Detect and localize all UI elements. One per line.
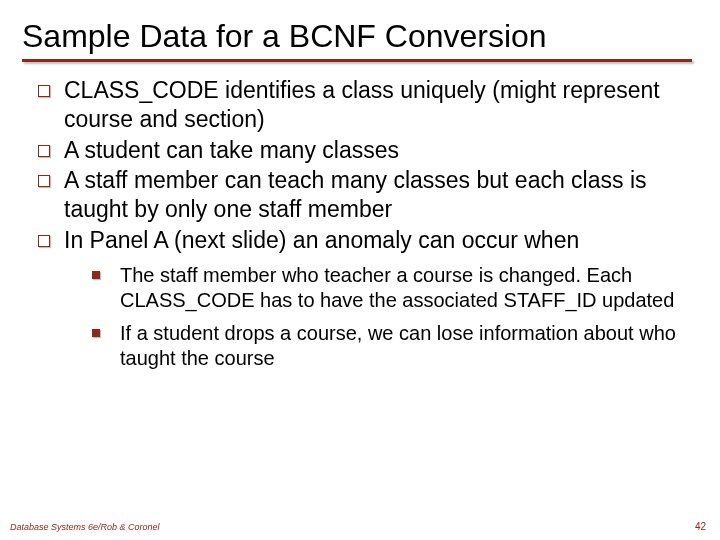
sub-bullet-list: The staff member who teacher a course is…	[22, 263, 698, 371]
sub-bullet-item: The staff member who teacher a course is…	[78, 263, 698, 313]
bullet-list: CLASS_CODE identifies a class uniquely (…	[22, 76, 698, 255]
footer-source: Database Systems 6e/Rob & Coronel	[10, 522, 160, 532]
page-number: 42	[695, 521, 706, 532]
bullet-item: In Panel A (next slide) an anomaly can o…	[32, 226, 698, 255]
slide: Sample Data for a BCNF Conversion CLASS_…	[0, 0, 720, 540]
slide-body: CLASS_CODE identifies a class uniquely (…	[22, 76, 698, 371]
bullet-item: A staff member can teach many classes bu…	[32, 166, 698, 224]
bullet-item: A student can take many classes	[32, 136, 698, 165]
title-underline	[22, 59, 692, 62]
bullet-item: CLASS_CODE identifies a class uniquely (…	[32, 76, 698, 134]
sub-bullet-item: If a student drops a course, we can lose…	[78, 321, 698, 371]
slide-title: Sample Data for a BCNF Conversion	[22, 18, 698, 55]
